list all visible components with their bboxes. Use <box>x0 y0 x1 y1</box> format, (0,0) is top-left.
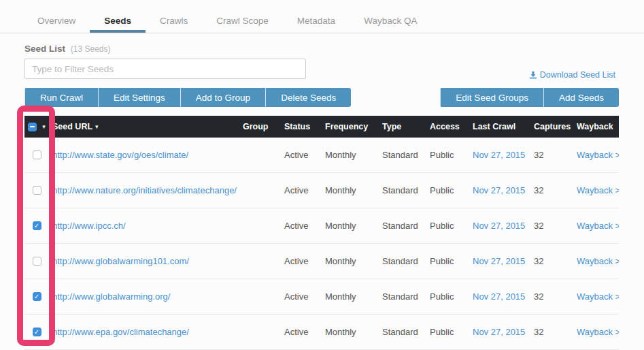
status-value: Active <box>284 221 308 231</box>
type-cell: Standard <box>379 327 426 337</box>
column-header[interactable]: Type ▾ ⚙⚙ <box>379 122 426 131</box>
seed-url-cell: http://www.globalwarming101.com/ <box>49 256 239 266</box>
last-crawl-link[interactable]: Nov 27, 2015 <box>473 291 525 302</box>
column-header[interactable]: Last Crawl ▾ ⚙⚙ <box>469 122 530 131</box>
column-header[interactable]: Seed URL ▾ ⚙⚙ <box>49 122 239 131</box>
last-crawl-link[interactable]: Nov 27, 2015 <box>473 185 525 195</box>
frequency-value: Monthly <box>325 150 356 160</box>
tab[interactable]: Wayback QA <box>350 10 431 33</box>
column-header[interactable]: Wayback ▾ ⚙⚙ <box>573 122 619 131</box>
row-checkbox-cell <box>24 150 49 159</box>
tab[interactable]: Crawl Scope <box>202 10 283 33</box>
column-header[interactable]: Group ▾ ⚙⚙ <box>239 122 281 131</box>
wayback-link[interactable]: Wayback > <box>577 150 619 160</box>
status-cell: Active <box>281 256 322 266</box>
type-value: Standard <box>382 221 418 231</box>
frequency-cell: Monthly <box>322 291 379 302</box>
group-action-button[interactable]: Add Seeds <box>543 88 619 107</box>
row-checkbox[interactable] <box>33 292 41 301</box>
status-cell: Active <box>281 327 322 337</box>
access-cell: Public <box>426 221 469 231</box>
column-header[interactable]: Frequency ▾ ⚙⚙ <box>322 122 379 131</box>
access-value: Public <box>430 256 454 266</box>
status-cell: Active <box>281 185 322 195</box>
tab[interactable]: Metadata <box>283 10 350 33</box>
row-checkbox[interactable] <box>33 221 41 230</box>
wayback-link[interactable]: Wayback > <box>577 327 619 337</box>
last-crawl-link[interactable]: Nov 27, 2015 <box>473 221 525 231</box>
seed-action-button[interactable]: Edit Settings <box>98 88 180 107</box>
access-cell: Public <box>426 150 469 160</box>
select-all-checkbox[interactable] <box>28 123 37 131</box>
seed-action-button[interactable]: Delete Seeds <box>265 88 351 107</box>
tab-bar: Overview Seeds Crawls Crawl Scope Metada… <box>0 0 644 33</box>
frequency-value: Monthly <box>325 185 356 195</box>
captures-cell: 32 <box>530 327 573 337</box>
wayback-link[interactable]: Wayback > <box>577 291 619 302</box>
type-cell: Standard <box>379 150 426 160</box>
last-crawl-link[interactable]: Nov 27, 2015 <box>473 256 525 266</box>
seed-action-button[interactable]: Add to Group <box>180 88 265 107</box>
last-crawl-cell: Nov 27, 2015 <box>469 291 530 302</box>
table-body: http://www.state.gov/g/oes/climate/ Acti… <box>24 138 619 350</box>
download-link-label: Download Seed List <box>540 70 615 80</box>
select-dropdown-caret-icon[interactable]: ▾ <box>42 123 46 130</box>
last-crawl-link[interactable]: Nov 27, 2015 <box>473 150 525 160</box>
row-checkbox[interactable] <box>33 186 41 195</box>
last-crawl-link[interactable]: Nov 27, 2015 <box>473 327 525 337</box>
table-header-row: ▾ Seed URL ▾ ⚙⚙ Group ▾ ⚙⚙ Status ▾ ⚙⚙ F… <box>24 116 619 138</box>
seed-url-link[interactable]: http://www.state.gov/g/oes/climate/ <box>52 150 188 160</box>
access-cell: Public <box>426 291 469 302</box>
group-action-button[interactable]: Edit Seed Groups <box>440 88 543 107</box>
frequency-value: Monthly <box>325 291 356 302</box>
row-checkbox-cell <box>24 328 49 336</box>
captures-value: 32 <box>534 256 543 266</box>
access-value: Public <box>430 150 454 160</box>
table-row: http://www.globalwarming101.com/ Active … <box>24 244 619 279</box>
wayback-cell: Wayback > <box>573 150 619 160</box>
column-header[interactable]: Captures ▾ ⚙⚙ <box>530 122 573 131</box>
toolbar: Run Crawl Edit Settings Add to Group Del… <box>24 88 619 107</box>
status-value: Active <box>284 291 308 302</box>
seed-url-link[interactable]: http://www.ipcc.ch/ <box>52 221 126 231</box>
wayback-cell: Wayback > <box>573 185 619 195</box>
row-checkbox[interactable] <box>33 150 41 159</box>
column-header-label: Access <box>430 122 460 131</box>
column-header-label: Last Crawl <box>473 122 515 131</box>
wayback-link[interactable]: Wayback > <box>577 185 619 195</box>
captures-value: 32 <box>534 221 543 231</box>
download-seed-list-link[interactable]: Download Seed List <box>529 70 615 80</box>
status-value: Active <box>284 256 308 266</box>
last-crawl-cell: Nov 27, 2015 <box>469 185 530 195</box>
wayback-cell: Wayback > <box>573 327 619 337</box>
type-value: Standard <box>382 327 418 337</box>
column-header[interactable]: Status ▾ ⚙⚙ <box>281 122 322 131</box>
type-cell: Standard <box>379 185 426 195</box>
seed-action-button[interactable]: Run Crawl <box>24 88 98 107</box>
type-value: Standard <box>382 150 418 160</box>
row-checkbox[interactable] <box>33 257 41 266</box>
frequency-cell: Monthly <box>322 327 379 337</box>
captures-cell: 32 <box>530 150 573 160</box>
seed-filter-input[interactable] <box>24 59 306 79</box>
seed-url-link[interactable]: http://www.nature.org/initiatives/climat… <box>52 185 237 195</box>
wayback-link[interactable]: Wayback > <box>577 221 619 231</box>
access-value: Public <box>430 185 454 195</box>
tab[interactable]: Seeds <box>90 10 146 33</box>
seed-count-label: (13 Seeds) <box>71 44 111 54</box>
captures-cell: 32 <box>530 291 573 302</box>
tab[interactable]: Crawls <box>146 10 202 33</box>
captures-cell: 32 <box>530 185 573 195</box>
tab[interactable]: Overview <box>23 10 90 33</box>
wayback-link[interactable]: Wayback > <box>577 256 619 266</box>
frequency-value: Monthly <box>325 256 356 266</box>
seed-url-link[interactable]: http://www.epa.gov/climatechange/ <box>52 327 189 337</box>
row-checkbox[interactable] <box>33 328 41 336</box>
column-header[interactable]: Access ▾ ⚙⚙ <box>426 122 469 131</box>
seed-url-link[interactable]: http://www.globalwarming.org/ <box>52 291 170 302</box>
column-header-label: Group <box>243 122 269 131</box>
status-value: Active <box>284 327 308 337</box>
seed-url-link[interactable]: http://www.globalwarming101.com/ <box>52 256 189 266</box>
captures-value: 32 <box>534 185 543 195</box>
type-cell: Standard <box>379 256 426 266</box>
